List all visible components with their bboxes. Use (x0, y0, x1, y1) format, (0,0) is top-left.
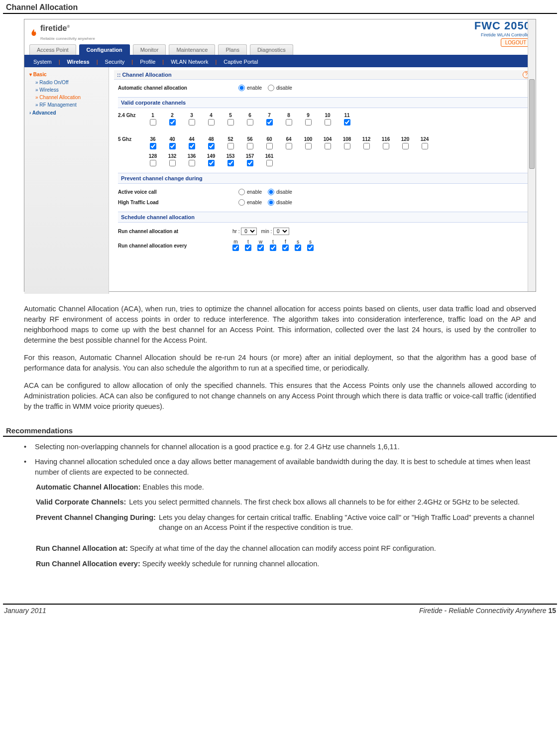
hr-label: hr : (232, 229, 239, 234)
auto-alloc-disable-radio[interactable] (268, 85, 274, 91)
schedule-heading: Schedule channel allocation (118, 212, 529, 223)
prevent-enable-radio[interactable] (238, 199, 245, 206)
channel-checkbox[interactable] (247, 143, 253, 149)
min-select[interactable]: 0 (273, 228, 289, 235)
tab-maintenance[interactable]: Maintenance (169, 44, 215, 55)
channel-checkbox[interactable] (189, 143, 195, 149)
channel-checkbox[interactable] (208, 143, 215, 149)
prevent-disable-radio[interactable] (268, 199, 274, 206)
day-checkbox[interactable] (282, 245, 289, 251)
side-channel-allocation[interactable]: » Channel Allocation (24, 94, 109, 101)
def-row: Run Channel Allocation every: Specify we… (36, 559, 536, 569)
subnav-security[interactable]: Security (103, 59, 127, 65)
prevent-disable-radio[interactable] (268, 189, 274, 195)
channel-checkbox[interactable] (344, 119, 350, 125)
tab-diagnostics[interactable]: Diagnostics (250, 44, 293, 55)
day-checkbox[interactable] (295, 245, 301, 251)
channel-checkbox[interactable] (227, 160, 234, 166)
channel-number: 52 (221, 136, 240, 142)
channel-number: 100 (299, 136, 318, 142)
tab-configuration[interactable]: Configuration (79, 44, 130, 55)
channel-checkbox[interactable] (169, 143, 176, 149)
channel-checkbox[interactable] (208, 160, 215, 166)
day-label: m (232, 239, 239, 245)
logout-button[interactable]: LOGOUT (501, 38, 531, 47)
channel-checkbox[interactable] (169, 119, 176, 125)
sidegroup-basic[interactable]: ▾ Basic (24, 70, 109, 79)
side-wireless[interactable]: » Wireless (24, 86, 109, 94)
def-row: Automatic Channel Allocation: Enables th… (36, 482, 536, 492)
channel-checkbox[interactable] (305, 143, 312, 149)
tab-monitor[interactable]: Monitor (133, 44, 166, 55)
side-rf-management[interactable]: » RF Management (24, 101, 109, 109)
channel-checkbox[interactable] (266, 119, 273, 125)
tab-access-point[interactable]: Access Point (29, 44, 76, 55)
channel-number: 136 (182, 153, 201, 159)
footer-date: January 2011 (4, 607, 46, 615)
subnav-wlan-network[interactable]: WLAN Network (169, 59, 210, 65)
channel-checkbox[interactable] (266, 160, 273, 166)
channel-checkbox[interactable] (266, 143, 273, 149)
tab-plans[interactable]: Plans (218, 44, 247, 55)
day-checkbox[interactable] (257, 245, 264, 251)
channel-checkbox[interactable] (150, 143, 156, 149)
auto-alloc-enable-radio[interactable] (238, 85, 245, 91)
subnav-system[interactable]: System (31, 59, 54, 65)
channel-checkbox[interactable] (325, 119, 331, 125)
side-radio-onoff[interactable]: » Radio On/Off (24, 79, 109, 86)
channel-checkbox[interactable] (208, 119, 215, 125)
channel-col: 2 (163, 113, 182, 126)
subnav-captive-portal[interactable]: Captive Portal (222, 59, 260, 65)
channel-checkbox[interactable] (227, 143, 234, 149)
channel-number: 5 (221, 113, 240, 118)
paragraph-2: For this reason, Automatic Channel Alloc… (24, 353, 536, 374)
run-at-label: Run channel allocation at (118, 229, 232, 234)
day-col: t (245, 239, 251, 252)
channel-col: 60 (260, 136, 279, 150)
scrollbar[interactable] (528, 19, 536, 291)
channel-col: 44 (182, 136, 201, 150)
channel-checkbox[interactable] (305, 119, 312, 125)
channel-checkbox[interactable] (150, 160, 156, 166)
day-checkbox[interactable] (245, 245, 251, 251)
channel-number: 116 (376, 136, 395, 142)
day-label: s (307, 239, 314, 245)
prevent-enable-radio[interactable] (238, 189, 245, 195)
channel-checkbox[interactable] (363, 143, 370, 149)
day-checkbox[interactable] (307, 245, 314, 251)
channel-checkbox[interactable] (344, 143, 350, 149)
channel-checkbox[interactable] (402, 143, 409, 149)
disable-label: disable (276, 189, 292, 195)
channel-checkbox[interactable] (286, 119, 292, 125)
channel-checkbox[interactable] (227, 119, 234, 125)
subnav-profile[interactable]: Profile (138, 59, 157, 65)
subnav-wireless[interactable]: Wireless (65, 59, 92, 65)
channel-checkbox[interactable] (189, 160, 195, 166)
flame-icon (29, 28, 38, 37)
enable-label: enable (247, 189, 262, 195)
channel-number: 60 (260, 136, 279, 142)
channel-checkbox[interactable] (286, 143, 292, 149)
scroll-thumb[interactable] (529, 79, 535, 169)
band-5-row2: 128132136149153157161 (118, 152, 529, 169)
channel-checkbox[interactable] (422, 143, 428, 149)
channel-checkbox[interactable] (247, 119, 253, 125)
hr-select[interactable]: 0 (241, 228, 257, 235)
channel-checkbox[interactable] (169, 160, 176, 166)
screenshot-panel: firetide® Reliable connectivity anywhere… (24, 19, 536, 292)
def-row: Run Channel Allocation at: Specify at wh… (36, 543, 536, 553)
channel-checkbox[interactable] (150, 119, 156, 125)
product-sub: Firetide WLAN Controller (474, 32, 531, 37)
channel-checkbox[interactable] (325, 143, 331, 149)
day-checkbox[interactable] (270, 245, 276, 251)
prevent-heading: Prevent channel change during (118, 173, 529, 184)
channel-checkbox[interactable] (383, 143, 389, 149)
channel-checkbox[interactable] (247, 160, 253, 166)
channel-col: 10 (318, 113, 337, 126)
channel-col: 120 (396, 136, 415, 150)
page-title: Channel Allocation (3, 0, 557, 14)
day-checkbox[interactable] (232, 245, 239, 251)
channel-number: 128 (143, 153, 162, 159)
sidegroup-advanced[interactable]: › Advanced (24, 109, 109, 117)
channel-checkbox[interactable] (189, 119, 195, 125)
